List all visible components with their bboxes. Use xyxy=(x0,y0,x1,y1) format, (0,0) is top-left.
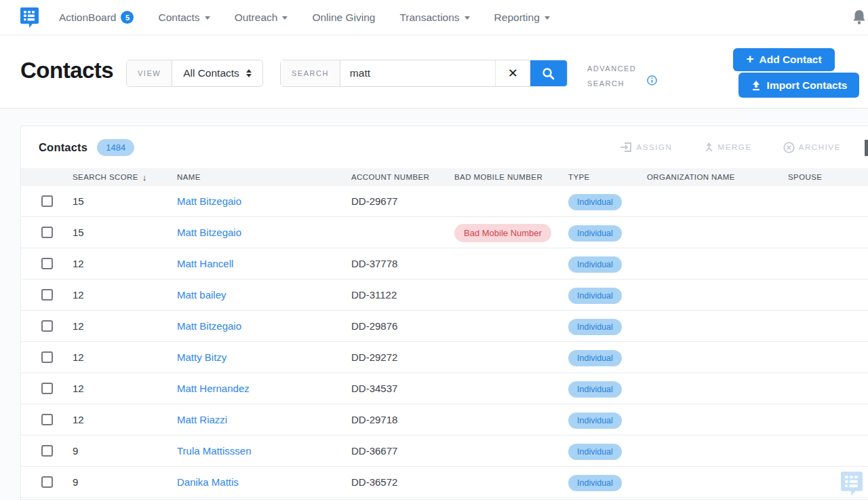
nav-item-reporting[interactable]: Reporting xyxy=(494,12,550,24)
sort-desc-icon: ↓ xyxy=(142,172,147,182)
close-icon: ✕ xyxy=(508,66,518,81)
archive-button[interactable]: ARCHIVE xyxy=(783,142,841,153)
table-row: 9 Trula Mattisssen DD-36677 Individual xyxy=(21,436,868,467)
archive-label: ARCHIVE xyxy=(799,143,841,151)
row-checkbox[interactable] xyxy=(41,445,53,457)
table-row: 15 Matt Bitzegaio Bad Mobile Number Indi… xyxy=(21,217,868,248)
nav-item-transactions[interactable]: Transactions xyxy=(399,12,469,24)
table-body: 15 Matt Bitzegaio DD-29677 Individual 15… xyxy=(21,186,868,498)
row-checkbox[interactable] xyxy=(41,320,53,332)
search-icon xyxy=(542,67,555,80)
column-organization-name[interactable]: ORGANIZATION NAME xyxy=(647,173,788,181)
advanced-search-line2: SEARCH xyxy=(587,76,636,91)
contact-name-link[interactable]: Danika Mattis xyxy=(177,476,239,488)
search-button[interactable] xyxy=(530,60,567,86)
card-header: Contacts 1484 ASSIGN MERGE xyxy=(21,126,868,168)
column-name[interactable]: NAME xyxy=(177,173,351,181)
assign-icon xyxy=(620,142,632,153)
table-row: 12 Matty Bitzy DD-29272 Individual xyxy=(21,342,868,373)
contact-name-link[interactable]: Matt Hancell xyxy=(177,258,233,269)
type-badge: Individual xyxy=(568,412,622,429)
column-type[interactable]: TYPE xyxy=(568,173,647,181)
view-selector: VIEW All Contacts xyxy=(126,60,263,87)
upload-icon xyxy=(751,80,762,91)
view-select-dropdown[interactable]: All Contacts xyxy=(172,60,262,86)
search-score-value: 9 xyxy=(73,445,177,457)
column-account-number[interactable]: ACCOUNT NUMBER xyxy=(351,173,454,181)
import-contacts-label: Import Contacts xyxy=(767,79,848,92)
plus-icon: + xyxy=(746,52,753,66)
search-score-value: 12 xyxy=(73,320,177,332)
column-bad-mobile-number[interactable]: BAD MOBILE NUMBER xyxy=(454,173,568,181)
search-score-value: 12 xyxy=(73,258,177,269)
chat-widget-logo-icon[interactable] xyxy=(841,472,863,496)
type-badge: Individual xyxy=(568,350,622,366)
table-header-row: SEARCH SCORE ↓ NAME ACCOUNT NUMBER BAD M… xyxy=(21,168,868,186)
contact-name-link[interactable]: Matt Bitzegaio xyxy=(177,320,241,332)
contact-name-link[interactable]: Matt Hernandez xyxy=(177,383,250,394)
bulk-actions: ASSIGN MERGE ARCHIVE xyxy=(620,126,841,168)
nav-label: Transactions xyxy=(399,12,459,24)
type-badge: Individual xyxy=(568,194,622,210)
row-checkbox[interactable] xyxy=(41,227,53,238)
info-icon[interactable] xyxy=(647,75,657,85)
search-score-value: 12 xyxy=(73,289,177,301)
view-selected-value: All Contacts xyxy=(183,67,239,79)
nav-label: Outreach xyxy=(235,12,278,24)
import-contacts-button[interactable]: Import Contacts xyxy=(738,73,859,98)
clear-search-button[interactable]: ✕ xyxy=(496,60,530,86)
row-checkbox[interactable] xyxy=(41,258,53,269)
notification-count-badge: 5 xyxy=(121,11,134,24)
contact-name-link[interactable]: Matt Bitzegaio xyxy=(177,227,241,238)
top-nav: ActionBoard 5 Contacts Outreach Online G… xyxy=(0,0,868,35)
merge-button[interactable]: MERGE xyxy=(704,142,752,153)
account-number-value: DD-31122 xyxy=(351,289,454,301)
search-score-value: 15 xyxy=(73,227,177,238)
merge-label: MERGE xyxy=(718,143,752,151)
row-checkbox[interactable] xyxy=(41,383,53,394)
nav-item-online-giving[interactable]: Online Giving xyxy=(312,12,375,24)
account-number-value: DD-34537 xyxy=(351,383,454,394)
row-checkbox[interactable] xyxy=(41,351,53,363)
row-checkbox[interactable] xyxy=(41,195,53,207)
notifications-bell-icon[interactable] xyxy=(852,9,867,25)
advanced-search-link[interactable]: ADVANCED SEARCH xyxy=(587,61,636,91)
row-checkbox[interactable] xyxy=(41,414,53,425)
assign-button[interactable]: ASSIGN xyxy=(620,142,672,153)
search-bar: SEARCH ✕ xyxy=(280,60,568,87)
table-row: 15 Matt Bitzegaio DD-29677 Individual xyxy=(21,186,868,217)
assign-label: ASSIGN xyxy=(636,143,672,151)
nav-item-outreach[interactable]: Outreach xyxy=(235,12,288,24)
card-title: Contacts xyxy=(39,141,87,154)
row-checkbox[interactable] xyxy=(41,476,53,488)
table-row: 12 Matt bailey DD-31122 Individual xyxy=(21,280,868,311)
chevron-down-icon xyxy=(465,16,470,20)
contact-name-link[interactable]: Matt bailey xyxy=(177,289,226,301)
contact-name-link[interactable]: Matt Riazzi xyxy=(177,414,227,425)
search-score-value: 12 xyxy=(73,383,177,394)
search-input[interactable] xyxy=(340,60,496,86)
add-contact-button[interactable]: + Add Contact xyxy=(733,48,835,71)
contact-name-link[interactable]: Trula Mattisssen xyxy=(177,445,251,457)
actionboard-logo-icon[interactable] xyxy=(20,7,39,28)
account-number-value: DD-37778 xyxy=(351,258,454,269)
contact-name-link[interactable]: Matty Bitzy xyxy=(177,351,226,363)
advanced-search-line1: ADVANCED xyxy=(587,61,636,76)
account-number-value: DD-29718 xyxy=(351,414,454,425)
search-score-value: 15 xyxy=(73,195,177,207)
type-badge: Individual xyxy=(568,475,622,491)
chevron-down-icon xyxy=(205,16,210,20)
table-row: 12 Matt Bitzegaio DD-29876 Individual xyxy=(21,311,868,342)
column-spouse[interactable]: SPOUSE xyxy=(788,173,868,181)
table-row: 12 Matt Hancell DD-37778 Individual xyxy=(21,248,868,280)
search-label: SEARCH xyxy=(281,60,340,86)
contact-name-link[interactable]: Matt Bitzegaio xyxy=(177,195,241,207)
row-checkbox[interactable] xyxy=(41,289,53,301)
nav-item-actionboard[interactable]: ActionBoard 5 xyxy=(59,11,134,24)
column-search-score[interactable]: SEARCH SCORE ↓ xyxy=(73,172,177,182)
page-header: Contacts VIEW All Contacts SEARCH ✕ ADVA… xyxy=(0,35,868,109)
edge-cut-button[interactable] xyxy=(865,140,868,156)
chevron-down-icon xyxy=(282,16,288,20)
view-label: VIEW xyxy=(127,60,172,86)
nav-item-contacts[interactable]: Contacts xyxy=(158,12,210,24)
